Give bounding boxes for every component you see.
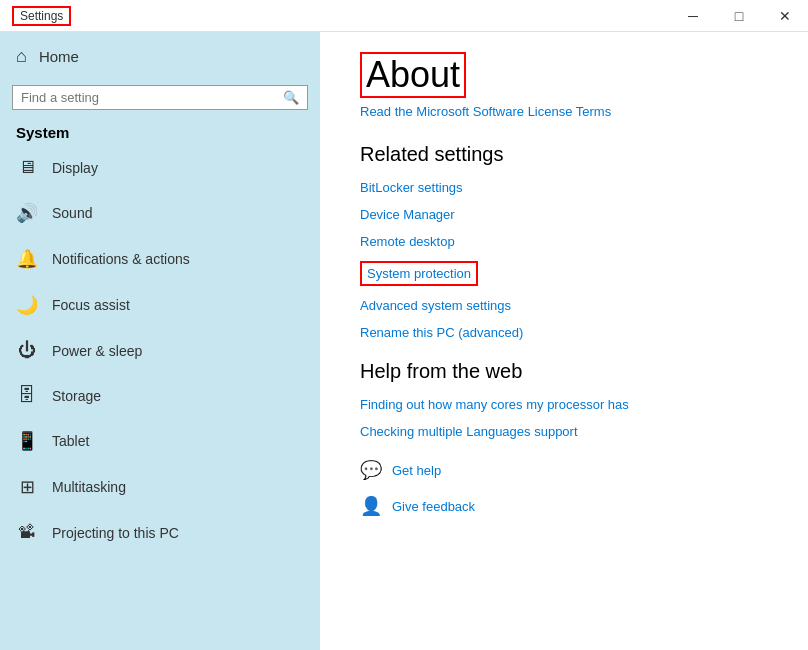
license-terms-link[interactable]: Read the Microsoft Software License Term… — [360, 104, 768, 119]
sidebar-item-storage[interactable]: 🗄 Storage — [0, 373, 320, 418]
sidebar-item-label: Power & sleep — [52, 343, 142, 359]
search-box[interactable]: 🔍 — [12, 85, 308, 110]
system-protection-link[interactable]: System protection — [360, 261, 478, 286]
bitlocker-link[interactable]: BitLocker settings — [360, 180, 768, 195]
give-feedback-link[interactable]: 👤 Give feedback — [360, 495, 768, 517]
remote-desktop-link[interactable]: Remote desktop — [360, 234, 768, 249]
advanced-system-link[interactable]: Advanced system settings — [360, 298, 768, 313]
power-icon: ⏻ — [16, 340, 38, 361]
storage-icon: 🗄 — [16, 385, 38, 406]
action-links-container: 💬 Get help 👤 Give feedback — [360, 459, 768, 517]
focus-icon: 🌙 — [16, 294, 38, 316]
sidebar-item-sound[interactable]: 🔊 Sound — [0, 190, 320, 236]
sidebar-item-display[interactable]: 🖥 Display — [0, 145, 320, 190]
minimize-button[interactable]: ─ — [670, 0, 716, 32]
main-content: About Read the Microsoft Software Licens… — [320, 32, 808, 650]
rename-pc-link[interactable]: Rename this PC (advanced) — [360, 325, 768, 340]
sound-icon: 🔊 — [16, 202, 38, 224]
sidebar-item-label: Display — [52, 160, 98, 176]
get-help-link[interactable]: 💬 Get help — [360, 459, 768, 481]
sidebar-item-projecting[interactable]: 📽 Projecting to this PC — [0, 510, 320, 555]
sidebar-item-home[interactable]: ⌂ Home — [0, 32, 320, 81]
sidebar-item-label: Projecting to this PC — [52, 525, 179, 541]
languages-help-link[interactable]: Checking multiple Languages support — [360, 424, 768, 439]
sidebar-item-label: Focus assist — [52, 297, 130, 313]
get-help-icon: 💬 — [360, 459, 382, 481]
projecting-icon: 📽 — [16, 522, 38, 543]
sidebar-item-label: Multitasking — [52, 479, 126, 495]
help-from-web-heading: Help from the web — [360, 360, 768, 383]
sidebar-item-label: Notifications & actions — [52, 251, 190, 267]
sidebar-home-label: Home — [39, 48, 79, 65]
sidebar-item-label: Sound — [52, 205, 92, 221]
sidebar-item-focus[interactable]: 🌙 Focus assist — [0, 282, 320, 328]
search-icon: 🔍 — [283, 90, 299, 105]
sidebar-item-tablet[interactable]: 📱 Tablet — [0, 418, 320, 464]
sidebar: ⌂ Home 🔍 System 🖥 Display 🔊 Sound 🔔 Noti… — [0, 32, 320, 650]
sidebar-item-multitasking[interactable]: ⊞ Multitasking — [0, 464, 320, 510]
maximize-button[interactable]: □ — [716, 0, 762, 32]
search-input[interactable] — [21, 90, 283, 105]
titlebar: Settings ─ □ ✕ — [0, 0, 808, 32]
related-settings-heading: Related settings — [360, 143, 768, 166]
display-icon: 🖥 — [16, 157, 38, 178]
window-controls: ─ □ ✕ — [670, 0, 808, 32]
device-manager-link[interactable]: Device Manager — [360, 207, 768, 222]
get-help-label: Get help — [392, 463, 441, 478]
sidebar-item-power[interactable]: ⏻ Power & sleep — [0, 328, 320, 373]
give-feedback-icon: 👤 — [360, 495, 382, 517]
cores-help-link[interactable]: Finding out how many cores my processor … — [360, 397, 768, 412]
sidebar-item-label: Tablet — [52, 433, 89, 449]
sidebar-item-notifications[interactable]: 🔔 Notifications & actions — [0, 236, 320, 282]
close-button[interactable]: ✕ — [762, 0, 808, 32]
give-feedback-label: Give feedback — [392, 499, 475, 514]
notifications-icon: 🔔 — [16, 248, 38, 270]
sidebar-item-label: Storage — [52, 388, 101, 404]
sidebar-section-title: System — [0, 118, 320, 145]
app-title: Settings — [12, 6, 71, 26]
app-body: ⌂ Home 🔍 System 🖥 Display 🔊 Sound 🔔 Noti… — [0, 32, 808, 650]
page-title: About — [360, 52, 466, 98]
tablet-icon: 📱 — [16, 430, 38, 452]
multitasking-icon: ⊞ — [16, 476, 38, 498]
home-icon: ⌂ — [16, 46, 27, 67]
